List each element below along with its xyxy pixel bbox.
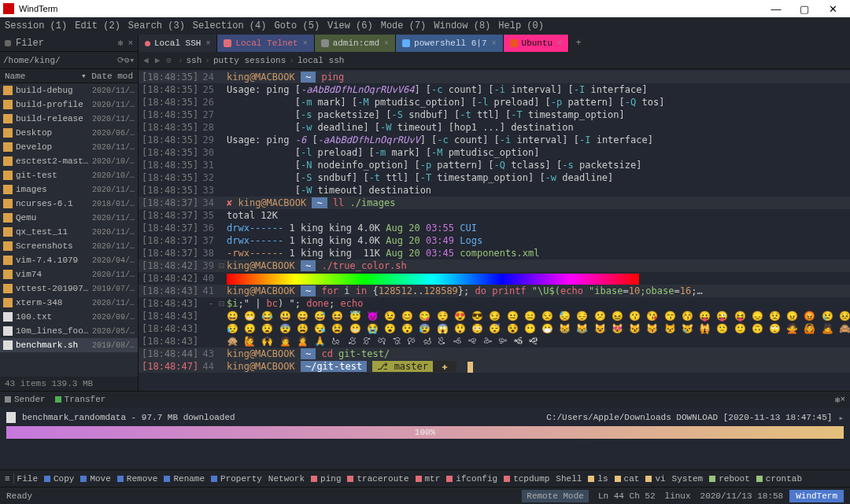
filer-item[interactable]: git-test2020/10/…	[0, 168, 138, 182]
toolbar-crontab[interactable]: crontab	[756, 474, 802, 484]
tab-close-icon[interactable]: ×	[557, 39, 562, 48]
status-remote[interactable]: Remote Mode	[522, 490, 589, 502]
terminal-line: [18:48:37]35 total 12K	[139, 209, 850, 222]
tab-ps[interactable]: powershell 6|7×	[396, 35, 503, 52]
filer-path-input[interactable]	[3, 56, 117, 65]
nav-back-icon[interactable]: ◀	[143, 55, 149, 65]
filer-settings-icon[interactable]: ✻	[118, 38, 124, 48]
toolbar-ping[interactable]: ping	[311, 474, 341, 484]
menu-session[interactable]: Session (1)	[5, 20, 67, 31]
filer-item[interactable]: vim-7.4.10792020/04/…	[0, 253, 138, 267]
col-name[interactable]: Name	[5, 72, 81, 81]
filer-item[interactable]: benchmark.sh2019/08/…	[0, 338, 138, 352]
tab-local-ssh[interactable]: Local SSH×	[139, 35, 217, 52]
filer-item[interactable]: 100.txt2020/09/…	[0, 310, 138, 324]
filer-item[interactable]: xterm-3482020/11/…	[0, 296, 138, 310]
tool-icon	[416, 476, 422, 482]
toolbar-shell[interactable]: Shell	[556, 474, 582, 484]
folder-icon	[3, 156, 13, 166]
status-time: 2020/11/13 18:58	[700, 491, 784, 501]
toolbar-traceroute[interactable]: traceroute	[347, 474, 408, 484]
filer-item[interactable]: Desktop2020/06/…	[0, 126, 138, 140]
terminal[interactable]: [18:48:35]24 king@MACBOOK ~ ping[18:48:3…	[139, 69, 850, 391]
dropdown-icon[interactable]: ▾	[129, 55, 135, 65]
crumb-2[interactable]: putty sessions	[213, 56, 286, 65]
filer-item[interactable]: Screenshots2020/11/…	[0, 239, 138, 253]
folder-icon	[3, 256, 13, 265]
transfer-row[interactable]: benchmark_randomdata - 97.7 MB downloade…	[6, 410, 844, 425]
window-close[interactable]: ✕	[819, 3, 847, 15]
menu-view[interactable]: View (6)	[327, 20, 373, 31]
transfer-pct: 100%	[6, 426, 844, 439]
terminal-line: [18:48:35]24 king@MACBOOK ~ ping	[139, 71, 850, 83]
refresh-icon[interactable]: ⟳	[117, 55, 124, 65]
menu-help[interactable]: Help (0)	[498, 20, 544, 31]
toolbar-network[interactable]: Network	[268, 474, 305, 484]
terminal-line: [18:48:35]25 Usage: ping [-aAbBdDfhLnOqr…	[139, 83, 850, 96]
filer-item[interactable]: Develop2020/11/…	[0, 140, 138, 154]
bottom-tab-sender[interactable]: Sender	[5, 395, 46, 404]
toolbar-vi[interactable]: vi	[645, 474, 665, 484]
transfer-open-icon[interactable]: ▸	[838, 413, 844, 423]
bottom-tabs: SenderTransfer ✻ ×	[0, 392, 850, 407]
filer-item[interactable]: ncurses-6.12018/01/…	[0, 197, 138, 211]
toolbar-system[interactable]: System	[672, 474, 704, 484]
toolbar-ls[interactable]: ls	[588, 474, 608, 484]
window-minimize[interactable]: —	[762, 3, 790, 15]
menu-edit[interactable]: Edit (2)	[75, 20, 120, 31]
new-tab-button[interactable]: +	[569, 35, 588, 52]
menu-window[interactable]: Window (8)	[434, 20, 490, 31]
crumb-3[interactable]: local ssh	[298, 56, 344, 65]
gear-icon[interactable]: ⚙	[124, 55, 130, 65]
filer-item[interactable]: build-profile2020/11/…	[0, 97, 138, 112]
filer-item[interactable]: build-release2020/11/…	[0, 112, 138, 126]
toolbar-property[interactable]: Property	[211, 474, 262, 484]
tab-close-icon[interactable]: ×	[205, 39, 210, 48]
menu-search[interactable]: Search (3)	[128, 20, 185, 31]
nav-fwd-icon[interactable]: ▶	[155, 55, 161, 65]
filer-item[interactable]: Qemu2020/11/…	[0, 211, 138, 225]
toolbar-menu-icon[interactable]: ≡	[5, 474, 10, 484]
folder-icon	[3, 284, 13, 293]
toolbar-rename[interactable]: Rename	[164, 474, 205, 484]
toolbar-ifconfig[interactable]: ifconfig	[446, 474, 497, 484]
filer-item[interactable]: build-debug2020/11/…	[0, 83, 138, 97]
filer-item[interactable]: vim742020/11/…	[0, 267, 138, 281]
bottom-tab-transfer[interactable]: Transfer	[55, 395, 106, 404]
toolbar-remove[interactable]: Remove	[117, 474, 158, 484]
status-brand[interactable]: WindTerm	[789, 490, 844, 502]
bottom-settings-icon[interactable]: ✻	[835, 395, 841, 405]
folder-icon	[3, 100, 13, 109]
filer-item[interactable]: qx_test_112020/11/…	[0, 225, 138, 239]
toolbar-copy[interactable]: Copy	[44, 474, 74, 484]
filer-item[interactable]: 10m_lines_foo.t…2020/05/…	[0, 324, 138, 338]
tab-telnet[interactable]: Local Telnet×	[217, 35, 314, 52]
tool-icon	[80, 476, 87, 482]
tab-admin[interactable]: admin:cmd×	[315, 35, 396, 52]
toolbar-move[interactable]: Move	[80, 474, 110, 484]
bottom-close-icon[interactable]: ×	[840, 395, 845, 404]
tab-close-icon[interactable]: ×	[384, 39, 389, 48]
menu-mode[interactable]: Mode (7)	[381, 20, 427, 31]
filer-item[interactable]: vttest-201907102019/07/…	[0, 281, 138, 296]
filer-close-icon[interactable]: ×	[128, 39, 133, 48]
toolbar-reboot[interactable]: reboot	[709, 474, 750, 484]
tab-close-icon[interactable]: ×	[492, 39, 497, 48]
filer-header: Filer ✻ ×	[0, 35, 138, 52]
menu-selection[interactable]: Selection (4)	[193, 20, 267, 31]
toolbar-file[interactable]: File	[17, 474, 38, 484]
filer-item[interactable]: images2020/11/…	[0, 182, 138, 197]
tab-ubuntu[interactable]: Ubuntu×	[504, 35, 570, 52]
col-date[interactable]: ▾ Date mod	[81, 71, 133, 81]
crumb-1[interactable]: ssh	[186, 56, 201, 65]
tab-close-icon[interactable]: ×	[303, 39, 308, 48]
window-maximize[interactable]: ▢	[790, 3, 819, 15]
toolbar-cat[interactable]: cat	[615, 474, 640, 484]
toolbar-mtr[interactable]: mtr	[416, 474, 441, 484]
toolbar-tcpdump[interactable]: tcpdump	[504, 474, 549, 484]
filer-item[interactable]: esctest2-master2020/10/…	[0, 154, 138, 168]
menu-goto[interactable]: Goto (5)	[274, 20, 320, 31]
nav-history-icon[interactable]: ⊙	[166, 55, 172, 65]
folder-icon	[3, 142, 13, 152]
filer-columns: Name ▾ Date mod	[0, 69, 138, 83]
